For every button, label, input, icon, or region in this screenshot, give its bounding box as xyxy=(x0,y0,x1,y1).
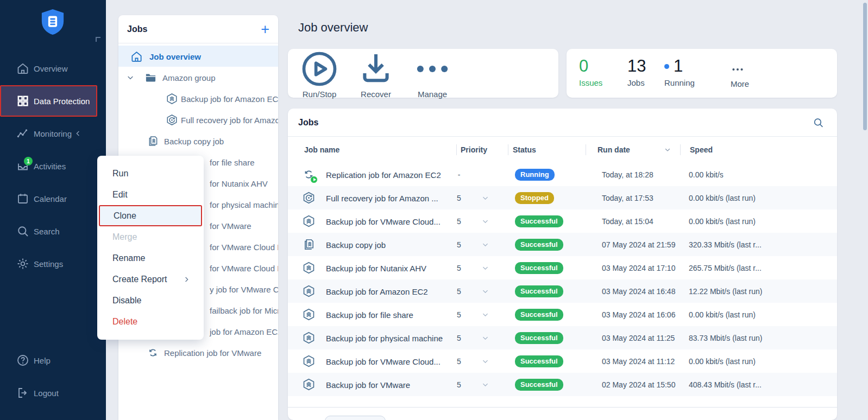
tree-item-job-overview[interactable]: Job overview xyxy=(118,46,278,67)
menu-item-clone[interactable]: Clone xyxy=(99,205,202,226)
sidebar-item-search[interactable]: Search xyxy=(0,215,106,247)
gear-icon xyxy=(16,257,29,270)
run-date: 07 May 2024 at 21:59 xyxy=(602,240,675,249)
table-row[interactable]: Backup job for VMware Cloud...5Successfu… xyxy=(288,349,837,373)
sidebar-item-data-protection[interactable]: Data Protection xyxy=(0,85,97,117)
stat-more[interactable]: More xyxy=(731,57,749,88)
stat-issues[interactable]: 0Issues xyxy=(579,57,602,87)
priority-dropdown-chevron-icon[interactable] xyxy=(481,310,489,319)
table-row[interactable]: Full recovery job for Amazon ...5Stopped… xyxy=(288,186,837,209)
action-run-stop-button[interactable]: Run/Stop xyxy=(299,48,340,99)
tree-item-full-recovery-job-for-amazon-e[interactable]: Full recovery job for Amazon E xyxy=(118,109,278,130)
add-job-button[interactable]: + xyxy=(261,22,269,36)
jobs-panel-title: Jobs xyxy=(127,24,147,34)
menu-item-delete[interactable]: Delete xyxy=(97,311,204,332)
priority-value: 5 xyxy=(451,310,467,319)
tree-item-amazon-group[interactable]: Amazon group xyxy=(118,67,278,88)
sort-chevron-down-icon[interactable] xyxy=(664,146,671,154)
table-row[interactable]: Backup job for Amazon EC25Successful03 M… xyxy=(288,279,837,303)
priority-dropdown-chevron-icon[interactable] xyxy=(481,264,489,272)
pagination-button[interactable] xyxy=(325,416,386,420)
status-badge: Successful xyxy=(515,309,563,321)
priority-dropdown-chevron-icon[interactable] xyxy=(481,217,489,225)
tree-item-label: Replication job for VMware xyxy=(164,348,261,357)
chevron-left-icon[interactable] xyxy=(74,130,82,138)
run-date: Today, at 17:53 xyxy=(602,194,653,202)
job-name: Backup job for VMware xyxy=(326,380,410,389)
tree-item-label: job for Amazon EC2 xyxy=(210,327,278,336)
stat-value: 1 xyxy=(674,57,683,75)
priority-dropdown-chevron-icon[interactable] xyxy=(481,240,489,249)
sidebar-nav: OverviewData ProtectionMonitoring1Activi… xyxy=(0,52,106,280)
sidebar-item-calendar[interactable]: Calendar xyxy=(0,182,106,215)
status-badge: Successful xyxy=(515,262,563,274)
running-dot xyxy=(664,64,669,69)
column-header-run-date[interactable]: Run date xyxy=(597,145,630,154)
column-header-speed[interactable]: Speed xyxy=(690,145,713,154)
menu-item-run[interactable]: Run xyxy=(97,163,204,184)
chevron-down-icon[interactable] xyxy=(126,73,135,82)
sidebar-item-activities[interactable]: 1Activities xyxy=(0,150,106,182)
column-header-status[interactable]: Status xyxy=(513,145,536,154)
tree-item-backup-job-for-amazon-ec2[interactable]: Backup job for Amazon EC2 xyxy=(118,88,278,109)
menu-item-disable[interactable]: Disable xyxy=(97,290,204,311)
speed: 408.43 Mbit/s (last r... xyxy=(689,380,762,389)
ellipsis-icon xyxy=(412,48,453,90)
sidebar-item-help[interactable]: Help xyxy=(0,344,106,377)
status-badge: Successful xyxy=(515,379,563,391)
table-footer-divider xyxy=(288,407,837,408)
tree-item-replication-job-for-vmware[interactable]: Replication job for VMware xyxy=(118,342,278,363)
table-row[interactable]: Backup job for physical machine5Successf… xyxy=(288,326,837,349)
priority-dropdown-chevron-icon[interactable] xyxy=(481,357,489,365)
sidebar-item-monitoring[interactable]: Monitoring xyxy=(0,117,106,150)
sidebar-item-label: Settings xyxy=(34,259,63,269)
menu-item-create-report[interactable]: Create Report xyxy=(97,269,204,290)
action-manage-button[interactable]: Manage xyxy=(412,48,453,99)
priority-dropdown-chevron-icon[interactable] xyxy=(481,380,489,389)
tree-item-backup-copy-job[interactable]: Backup copy job xyxy=(118,130,278,151)
recovery-job-icon xyxy=(302,191,316,205)
sidebar-item-settings[interactable]: Settings xyxy=(0,247,106,280)
column-divider xyxy=(508,144,508,155)
table-row[interactable]: Backup job for VMware5Successful02 May 2… xyxy=(288,373,837,396)
stat-jobs[interactable]: 13Jobs xyxy=(627,57,646,87)
sidebar-item-overview[interactable]: Overview xyxy=(0,52,106,85)
menu-item-rename[interactable]: Rename xyxy=(97,247,204,269)
priority-value: 5 xyxy=(451,264,467,272)
priority-dropdown-chevron-icon[interactable] xyxy=(481,194,489,202)
backup-job-icon xyxy=(302,261,316,275)
priority-value: 5 xyxy=(451,217,467,226)
table-row[interactable]: Backup copy job5Successful07 May 2024 at… xyxy=(288,233,837,256)
menu-item-edit[interactable]: Edit xyxy=(97,184,204,205)
sidebar-bottom-nav: HelpLogout xyxy=(0,344,106,409)
table-row[interactable]: Backup job for Nutanix AHV5Successful03 … xyxy=(288,256,837,279)
stat-label: Running xyxy=(664,78,695,87)
magnifier-icon[interactable] xyxy=(813,117,824,128)
actions-card: Run/StopRecoverManage xyxy=(288,49,558,98)
sidebar-item-logout[interactable]: Logout xyxy=(0,377,106,409)
table-row[interactable]: Backup job for file share5Successful03 M… xyxy=(288,303,837,326)
status-badge: Stopped xyxy=(515,192,554,204)
jobs-table-card: Jobs Job namePriorityStatusRun dateSpeed… xyxy=(288,109,837,420)
menu-item-merge: Merge xyxy=(97,226,204,247)
backup-job-icon xyxy=(302,284,316,298)
jobs-table-columns: Job namePriorityStatusRun dateSpeed xyxy=(288,137,837,163)
table-row[interactable]: Backup job for VMware Cloud...5Successfu… xyxy=(288,209,837,233)
job-name: Backup job for Amazon EC2 xyxy=(326,287,428,296)
tree-item-label: for Nutanix AHV xyxy=(210,179,268,188)
table-row[interactable]: Replication job for Amazon EC2-RunningTo… xyxy=(288,163,837,186)
column-header-job-name[interactable]: Job name xyxy=(304,145,339,154)
job-name: Full recovery job for Amazon ... xyxy=(326,193,438,202)
vertical-scrollbar[interactable] xyxy=(863,3,867,130)
action-recover-button[interactable]: Recover xyxy=(355,48,397,99)
stat-running[interactable]: 1Running xyxy=(664,57,695,87)
column-header-priority[interactable]: Priority xyxy=(461,145,487,154)
run-date: 03 May 2024 at 17:10 xyxy=(602,264,675,272)
priority-value: 5 xyxy=(451,380,467,389)
help-icon xyxy=(16,354,29,367)
priority-dropdown-chevron-icon[interactable] xyxy=(481,287,489,295)
priority-dropdown-chevron-icon[interactable] xyxy=(481,334,489,342)
jobs-table-header: Jobs xyxy=(288,109,837,137)
chevron-right-icon xyxy=(183,275,191,283)
tree-item-label: y job for VMware Cloud xyxy=(210,284,278,294)
